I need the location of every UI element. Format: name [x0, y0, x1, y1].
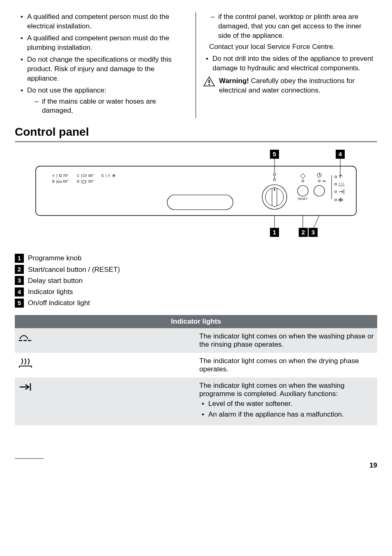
- svg-text:D: D: [77, 179, 80, 183]
- legend-num: 1: [15, 254, 24, 263]
- svg-point-10: [59, 174, 62, 177]
- svg-text:50°: 50°: [88, 179, 94, 183]
- table-text: The indicator light comes on when the wa…: [199, 382, 374, 398]
- legend-text: Start/cancel button / (RESET): [28, 264, 120, 275]
- contact-line: Contact your local Service Force Centre.: [209, 42, 374, 52]
- svg-rect-2: [209, 84, 210, 85]
- svg-text:70°: 70°: [63, 174, 69, 178]
- callout-4: 4: [339, 151, 342, 158]
- legend-text: Programme knob: [28, 253, 81, 264]
- warning-label: Warning!: [219, 77, 249, 85]
- warning-icon: [203, 76, 215, 86]
- wash-icon: [18, 332, 35, 343]
- svg-text:65°: 65°: [63, 179, 69, 183]
- safety-subitem: if the control panel, worktop or plinth …: [209, 12, 374, 41]
- legend-text: On/off indicator light: [28, 297, 90, 308]
- callout-1: 1: [273, 229, 276, 236]
- callout-2: 2: [302, 229, 305, 236]
- text: Do not use the appliance:: [27, 86, 106, 94]
- legend-row: 2 Start/cancel button / (RESET): [15, 264, 377, 275]
- safety-columns: A qualified and competent person must do…: [15, 12, 377, 118]
- delay-start-button[interactable]: 9h: [314, 173, 326, 196]
- safety-item: Do not drill into the sides of the appli…: [203, 54, 374, 73]
- svg-point-37: [302, 180, 304, 182]
- left-column: A qualified and competent person must do…: [15, 12, 196, 118]
- table-bullet: An alarm if the appliance has a malfunct…: [199, 410, 374, 419]
- legend-row: 5 On/off indicator light: [15, 297, 377, 308]
- svg-text:|: |: [56, 174, 57, 178]
- text: A qualified and competent person must do…: [27, 13, 169, 30]
- svg-text:|: |: [81, 174, 82, 178]
- svg-text:|: |: [81, 179, 82, 183]
- svg-text:A: A: [52, 174, 55, 178]
- svg-point-31: [273, 178, 276, 181]
- table-row: The indicator light comes on when the dr…: [15, 353, 377, 378]
- delay-label: 9h: [323, 180, 326, 183]
- door-handle: [167, 195, 233, 210]
- right-column: if the control panel, worktop or plinth …: [196, 12, 377, 118]
- indicator-lights-table: Indicator lights The indicator light com…: [15, 315, 377, 425]
- reset-label: RESET: [298, 197, 308, 200]
- text: A qualified and competent person must do…: [27, 34, 169, 51]
- svg-text:C: C: [77, 174, 80, 178]
- safety-subitem: if the mains cable or water hoses are da…: [33, 97, 188, 116]
- svg-line-57: [314, 215, 319, 228]
- svg-point-51: [335, 199, 337, 201]
- legend-num: 2: [15, 265, 24, 274]
- page-footer: 19: [15, 458, 377, 470]
- svg-text:B: B: [52, 179, 55, 183]
- svg-point-42: [318, 180, 321, 182]
- programme-labels: A| 70° B| 65° C| 65° D| 50° E|: [52, 174, 115, 184]
- section-rule: [15, 141, 377, 142]
- svg-text:65°: 65°: [88, 174, 94, 178]
- legend-num: 3: [15, 276, 24, 285]
- legend-num: 5: [15, 299, 24, 308]
- table-row: The indicator light comes on when the wa…: [15, 378, 377, 425]
- section-heading: Control panel: [15, 125, 377, 139]
- svg-point-17: [83, 174, 85, 177]
- svg-point-38: [297, 185, 308, 196]
- svg-marker-36: [300, 174, 305, 178]
- table-text: The indicator light comes on when the dr…: [196, 353, 377, 378]
- svg-text:|: |: [56, 179, 57, 183]
- table-header: Indicator lights: [15, 315, 377, 328]
- svg-point-46: [335, 183, 337, 185]
- start-cancel-button[interactable]: RESET: [297, 174, 308, 200]
- end-icon: [18, 382, 35, 392]
- table-row: The indicator light comes on when the wa…: [15, 328, 377, 353]
- dry-icon: [18, 357, 35, 368]
- svg-text:E: E: [101, 174, 104, 178]
- callout-3: 3: [311, 229, 315, 236]
- legend-row: 3 Delay start button: [15, 275, 377, 286]
- onoff-indicator: [273, 173, 276, 181]
- svg-point-45: [335, 176, 337, 178]
- control-panel-diagram: 5 4 A| 70° B| 65° C|: [15, 150, 377, 244]
- legend-text: Delay start button: [28, 275, 83, 286]
- legend-text: Indicator lights: [28, 286, 73, 297]
- table-text: The indicator light comes on when the wa…: [196, 328, 377, 353]
- warning-text: Warning! Carefully obey the instructions…: [219, 76, 374, 95]
- table-bullet: Level of the water softener.: [199, 400, 374, 408]
- text: Do not change the specifications or modi…: [27, 56, 172, 82]
- programme-knob[interactable]: [262, 185, 287, 209]
- indicator-lights: [332, 175, 345, 202]
- safety-item: A qualified and competent person must do…: [18, 34, 188, 53]
- table-cell: The indicator light comes on when the wa…: [196, 378, 377, 425]
- legend-num: 4: [15, 287, 24, 297]
- legend-row: 4 Indicator lights: [15, 286, 377, 297]
- svg-point-43: [314, 185, 325, 196]
- safety-item: Do not change the specifications or modi…: [18, 55, 188, 83]
- warning-block: Warning! Carefully obey the instructions…: [203, 76, 374, 95]
- callout-legend: 1 Programme knob 2 Start/cancel button /…: [15, 253, 377, 308]
- callout-5: 5: [273, 151, 276, 158]
- legend-row: 1 Programme knob: [15, 253, 377, 264]
- safety-item: Do not use the appliance: if the mains c…: [18, 86, 188, 116]
- text: if the control panel, worktop or plinth …: [218, 13, 362, 39]
- text: if the mains cable or water hoses are da…: [42, 97, 156, 115]
- svg-rect-1: [209, 80, 210, 83]
- page-number: 19: [369, 461, 377, 469]
- safety-item: A qualified and competent person must do…: [18, 12, 188, 31]
- text: Do not drill into the sides of the appli…: [212, 55, 373, 72]
- svg-point-48: [335, 191, 337, 193]
- svg-point-29: [273, 173, 276, 176]
